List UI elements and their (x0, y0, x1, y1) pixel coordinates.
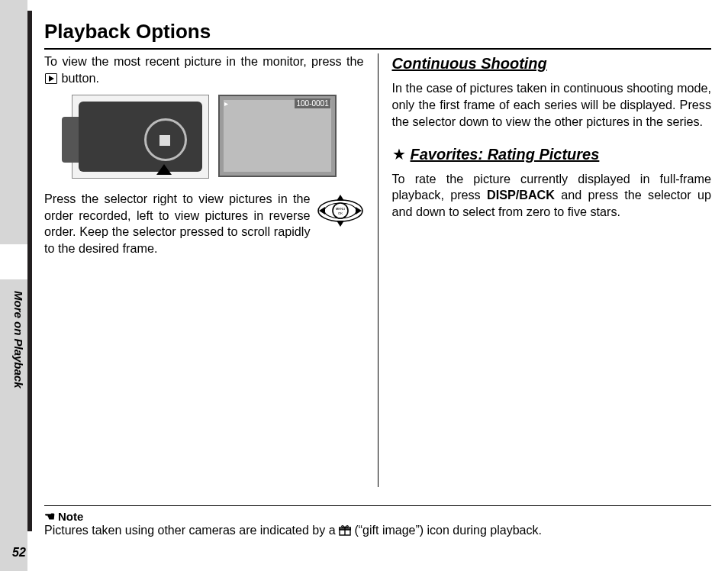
note-text-a: Pictures taken using other cameras are i… (44, 524, 339, 537)
camera-back-illustration (72, 95, 209, 179)
selector-menu-label: MENU (335, 207, 345, 211)
intro-paragraph: To view the most recent picture in the m… (44, 53, 364, 87)
selector-eye-icon: MENU OK (317, 191, 364, 229)
camera-up-arrow-icon (156, 164, 172, 175)
intro-text-b: button. (62, 71, 100, 85)
heading-favorites-row: ★ Favorites: Rating Pictures (392, 144, 712, 165)
frame-counter: 100-0001 (295, 98, 330, 109)
note-heading: ☚ Note (44, 509, 711, 524)
selector-paragraph: Press the selector right to view picture… (44, 191, 311, 257)
title-wrap: Playback Options (44, 20, 711, 50)
continuous-shooting-paragraph: In the case of pictures taken in continu… (392, 80, 712, 131)
selector-paragraph-row: Press the selector right to view picture… (44, 191, 364, 265)
note-label: Note (58, 510, 83, 523)
sample-photo-inner (224, 100, 331, 172)
svg-marker-5 (319, 207, 325, 215)
note-hand-icon: ☚ (44, 509, 55, 524)
note-text: Pictures taken using other cameras are i… (44, 524, 711, 537)
columns: To view the most recent picture in the m… (44, 53, 711, 487)
note-rule (44, 505, 711, 506)
disp-back-label: DISP/BACK (487, 188, 555, 202)
side-margin (0, 0, 27, 571)
page: More on Playback 52 Playback Options To … (0, 0, 728, 571)
page-title: Playback Options (44, 20, 711, 44)
star-icon: ★ (392, 147, 406, 162)
column-left: To view the most recent picture in the m… (44, 53, 378, 487)
svg-marker-3 (337, 195, 344, 201)
playback-overlay-icon: ▸ (224, 98, 228, 109)
illustration-row: ▸ 100-0001 (44, 95, 364, 179)
selector-ok-label: OK (337, 211, 342, 215)
note-text-b: (“gift image”) icon during playback. (354, 524, 541, 537)
camera-play-button-icon (159, 135, 170, 146)
column-right: Continuous Shooting In the case of pictu… (378, 53, 712, 487)
heading-continuous-shooting: Continuous Shooting (392, 53, 712, 74)
svg-marker-4 (337, 221, 344, 227)
page-number: 52 (12, 546, 26, 560)
favorites-paragraph: To rate the picture currently displayed … (392, 171, 712, 221)
side-tab (0, 244, 27, 279)
heading-favorites: Favorites: Rating Pictures (411, 144, 600, 165)
section-label: More on Playback (12, 291, 25, 398)
svg-marker-6 (356, 207, 362, 215)
sample-photo-illustration: ▸ 100-0001 (218, 95, 337, 177)
note-block: ☚ Note Pictures taken using other camera… (44, 505, 711, 537)
intro-text-a: To view the most recent picture in the m… (44, 54, 364, 68)
playback-button-icon (45, 73, 57, 84)
left-rule (27, 11, 32, 531)
gift-image-icon (339, 525, 351, 536)
